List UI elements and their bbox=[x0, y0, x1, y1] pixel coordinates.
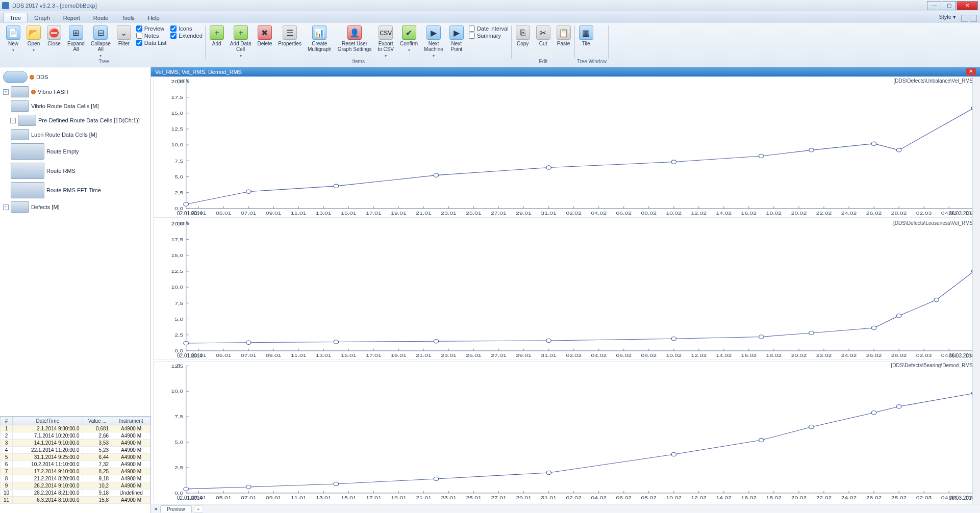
next-point-button[interactable]: ▶Next Point bbox=[447, 24, 466, 52]
svg-text:18.02: 18.02 bbox=[766, 352, 782, 357]
cut-button[interactable]: ✂Cut bbox=[534, 24, 552, 46]
svg-point-273 bbox=[546, 471, 551, 474]
machine-icon bbox=[11, 182, 44, 198]
table-row[interactable]: 422.1.2014 11:20:00.05,23A4900 M bbox=[1, 447, 150, 454]
collapse-all-button[interactable]: ⊟Collapse All▾ bbox=[89, 24, 113, 59]
tree-node[interactable]: Vibrio Route Data Cells [M] bbox=[1, 99, 149, 113]
column-header[interactable]: # bbox=[1, 417, 13, 425]
tree-node[interactable]: Lubri Route Data Cells [M] bbox=[1, 127, 149, 142]
date-interval-checkbox[interactable]: Date interval bbox=[469, 25, 509, 32]
svg-text:06.02: 06.02 bbox=[616, 210, 632, 215]
filter-button[interactable]: ⌄Filter bbox=[115, 24, 133, 46]
reset-graph-settings-button[interactable]: 👤Reset User Graph Settings bbox=[336, 24, 374, 52]
chart-panel-titlebar[interactable]: Vel_RMS, Vel_RMS, Demod_RMS ✕ bbox=[151, 67, 980, 76]
tab-tree[interactable]: Tree bbox=[3, 13, 28, 22]
tree-view[interactable]: DDS +Vibrio FASITVibrio Route Data Cells… bbox=[0, 67, 150, 416]
open-button[interactable]: 📂Open▾ bbox=[24, 24, 43, 53]
table-row[interactable]: 610.2.2014 11:10:00.07,32A4900 M bbox=[1, 461, 150, 468]
tree-root[interactable]: DDS bbox=[1, 69, 149, 85]
tab-graph[interactable]: Graph bbox=[28, 13, 57, 22]
svg-text:16.02: 16.02 bbox=[741, 352, 757, 357]
svg-text:13.01: 13.01 bbox=[316, 352, 332, 357]
svg-point-91 bbox=[809, 148, 814, 152]
delete-button[interactable]: ✖Delete bbox=[255, 24, 274, 46]
extended-checkbox[interactable]: Extended bbox=[170, 33, 202, 39]
minimize-button[interactable]: — bbox=[927, 1, 941, 10]
tab-report[interactable]: Report bbox=[57, 13, 87, 22]
column-header[interactable]: Instrument bbox=[112, 417, 150, 425]
tree-node[interactable]: Route RMS FFT Time bbox=[1, 181, 149, 200]
table-row[interactable]: 821.2.2014 8:20:00.09,18A4900 M bbox=[1, 475, 150, 482]
properties-button[interactable]: ☰Properties bbox=[276, 24, 304, 46]
svg-text:25.01: 25.01 bbox=[466, 352, 482, 357]
svg-text:23.01: 23.01 bbox=[441, 495, 457, 500]
chart-1[interactable]: 0,02,55,07,510,012,515,017,520,003.0105.… bbox=[153, 219, 978, 360]
svg-text:2,5: 2,5 bbox=[174, 465, 183, 470]
chart-2[interactable]: 0,02,55,07,510,012,503.0105.0107.0109.01… bbox=[153, 361, 978, 502]
tab-nav-left[interactable]: ◂ bbox=[151, 505, 160, 512]
svg-text:02.03: 02.03 bbox=[916, 495, 932, 500]
style-menu[interactable]: Style ▾ bbox=[935, 12, 960, 22]
chart-close-button[interactable]: ✕ bbox=[966, 68, 976, 75]
maximize-button[interactable]: ▢ bbox=[942, 1, 956, 10]
svg-text:02.02: 02.02 bbox=[566, 495, 582, 500]
svg-text:29.01: 29.01 bbox=[516, 495, 532, 500]
expand-all-button[interactable]: ⊞Expand All bbox=[65, 24, 87, 52]
svg-text:19.01: 19.01 bbox=[391, 210, 407, 215]
table-row[interactable]: 27.1.2014 10:20:00.02,66A4900 M bbox=[1, 432, 150, 440]
preview-tab[interactable]: Preview bbox=[160, 505, 192, 512]
table-row[interactable]: 531.1.2014 9:25:00.06,44A4900 M bbox=[1, 454, 150, 461]
data-grid[interactable]: #Date/TimeValue ...Instrument 12.1.2014 … bbox=[0, 416, 150, 513]
tab-tools[interactable]: Tools bbox=[115, 13, 141, 22]
expand-toggle-icon[interactable]: + bbox=[3, 89, 9, 95]
datalist-checkbox[interactable]: Data List bbox=[136, 40, 166, 46]
add-datacell-button[interactable]: ＋Add Data Cell▾ bbox=[228, 24, 254, 59]
next-machine-button[interactable]: ▶Next Machine▾ bbox=[422, 24, 445, 59]
close-button[interactable]: ✕ bbox=[957, 1, 978, 10]
vertical-scrollbar[interactable] bbox=[972, 76, 980, 504]
summary-checkbox[interactable]: Summary bbox=[469, 33, 509, 39]
ribbon-collapse-button[interactable] bbox=[961, 15, 968, 22]
tree-node[interactable]: +Pre-Defined Route Data Cells [1D(Ch:1)] bbox=[1, 113, 149, 127]
svg-text:27.01: 27.01 bbox=[491, 352, 507, 357]
tree-node[interactable]: +Vibrio FASIT bbox=[1, 85, 149, 99]
add-tab-button[interactable]: + bbox=[194, 505, 203, 512]
table-row[interactable]: 12.1.2014 9:30:00.00,681A4900 M bbox=[1, 425, 150, 432]
chart-path-label: [DDS\Defects\Unbalance\Vel_RMS] bbox=[894, 78, 974, 84]
svg-text:12,5: 12,5 bbox=[171, 268, 184, 273]
confirm-button[interactable]: ✔Confirm▾ bbox=[398, 24, 420, 53]
table-row[interactable]: 717.2.2014 9:10:00.08,25A4900 M bbox=[1, 468, 150, 475]
notes-checkbox[interactable]: Notes bbox=[136, 33, 166, 39]
create-multigraph-button[interactable]: 📊Create Multigraph bbox=[306, 24, 334, 52]
add-button[interactable]: ＋Add bbox=[208, 24, 226, 46]
tree-node[interactable]: +Defects [M] bbox=[1, 200, 149, 214]
tile-button[interactable]: ▦Tile bbox=[577, 24, 595, 46]
copy-button[interactable]: ⎘Copy bbox=[514, 24, 532, 46]
tab-route[interactable]: Route bbox=[87, 13, 115, 22]
new-button[interactable]: 📄New▾ bbox=[4, 24, 22, 53]
chart-0[interactable]: 0,02,55,07,510,012,515,017,520,003.0105.… bbox=[153, 76, 978, 218]
paste-button[interactable]: 📋Paste bbox=[555, 24, 573, 46]
tab-help[interactable]: Help bbox=[141, 13, 166, 22]
tree-node[interactable]: Route RMS bbox=[1, 161, 149, 181]
table-row[interactable]: 116.3.2014 8:10:00.015,8A4900 M bbox=[1, 497, 150, 504]
preview-checkbox[interactable]: Preview bbox=[136, 25, 166, 32]
table-row[interactable]: 926.2.2014 9:10:00.010,2A4900 M bbox=[1, 482, 150, 490]
ribbon-help-button[interactable] bbox=[970, 15, 977, 22]
close-db-button[interactable]: ⛔Close bbox=[45, 24, 63, 46]
svg-text:24.02: 24.02 bbox=[841, 352, 857, 357]
expand-toggle-icon[interactable]: + bbox=[10, 118, 16, 123]
tree-node[interactable]: Route Empty bbox=[1, 142, 149, 161]
svg-text:20.02: 20.02 bbox=[791, 495, 807, 500]
svg-text:10.02: 10.02 bbox=[666, 495, 682, 500]
export-csv-button[interactable]: csvExport to CSV▾ bbox=[375, 24, 396, 59]
icons-checkbox[interactable]: Icons bbox=[170, 25, 202, 32]
svg-text:22.02: 22.02 bbox=[816, 352, 832, 357]
column-header[interactable]: Date/Time bbox=[13, 417, 83, 425]
app-icon bbox=[2, 2, 9, 9]
table-row[interactable]: 314.1.2014 9:10:00.03,53A4900 M bbox=[1, 440, 150, 447]
expand-toggle-icon[interactable]: + bbox=[3, 204, 9, 210]
chart-path-label: [DDS\Defects\Bearing\Demod_RMS] bbox=[891, 363, 974, 368]
table-row[interactable]: 1028.2.2014 8:21:00.09,18Undefined bbox=[1, 490, 150, 497]
column-header[interactable]: Value ... bbox=[83, 417, 112, 425]
